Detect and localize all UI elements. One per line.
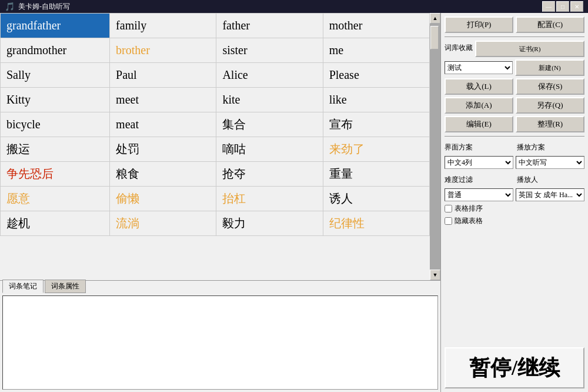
filter-labels-row: 难度过滤 播放人	[445, 172, 584, 186]
hide-checkbox-label: 隐藏表格	[455, 216, 483, 226]
table-cell[interactable]: 处罚	[110, 137, 216, 162]
table-cell[interactable]: 来劲了	[323, 137, 429, 162]
load-save-row: 载入(L) 保存(S)	[445, 78, 584, 95]
tab-properties[interactable]: 词条属性	[45, 280, 86, 293]
table-cell[interactable]: 争先恐后	[1, 162, 110, 187]
table-cell[interactable]: 粮食	[110, 162, 216, 187]
title-controls: — □ ✕	[542, 1, 583, 12]
scheme-labels-row: 界面方案 播放方案	[445, 140, 584, 154]
table-row[interactable]: 搬运处罚嘀咕来劲了	[1, 137, 430, 162]
edit-button[interactable]: 编辑(E)	[445, 116, 513, 132]
table-cell[interactable]: 抢夺	[216, 162, 323, 187]
save-button[interactable]: 保存(S)	[516, 78, 584, 95]
table-cell[interactable]: brother	[110, 38, 216, 63]
top-btn-row: 打印(P) 配置(C)	[445, 16, 584, 33]
table-cell[interactable]: 愿意	[1, 187, 110, 211]
title-bar: 🎵 美卡姆-自助听写 — □ ✕	[0, 0, 588, 13]
filter-selects-row: 普通 英国 女 成年 Ha...	[445, 188, 584, 201]
table-row[interactable]: grandmotherbrothersisterme	[1, 38, 430, 63]
table-row[interactable]: 趁机流淌毅力纪律性	[1, 211, 430, 236]
print-button[interactable]: 打印(P)	[445, 16, 513, 33]
sort-checkbox[interactable]	[445, 205, 452, 212]
table-cell[interactable]: bicycle	[1, 112, 110, 137]
table-cell[interactable]: Alice	[216, 63, 323, 88]
scroll-thumb[interactable]	[430, 26, 439, 49]
maximize-button[interactable]: □	[556, 1, 569, 12]
table-cell[interactable]: me	[323, 38, 429, 63]
vocab-dropdown-row: 测试 新建(N)	[445, 59, 584, 76]
vocab-select[interactable]: 测试	[445, 61, 513, 74]
table-cell[interactable]: meet	[110, 88, 216, 112]
table-cell[interactable]: kite	[216, 88, 323, 112]
hide-checkbox-row: 隐藏表格	[445, 216, 584, 226]
tab-notes[interactable]: 词条笔记	[2, 280, 44, 293]
right-panel: 打印(P) 配置(C) 词库收藏 证书(R) 测试 新建(N) 载入(L) 保存…	[441, 13, 588, 392]
word-table: grandfatherfamilyfathermothergrandmother…	[0, 13, 430, 236]
table-wrapper: grandfatherfamilyfathermothergrandmother…	[0, 13, 430, 280]
minimize-button[interactable]: —	[542, 1, 555, 12]
bottom-tabs: 词条笔记 词条属性	[0, 280, 440, 293]
load-button[interactable]: 载入(L)	[445, 78, 513, 95]
table-row[interactable]: bicyclemeat集合宣布	[1, 112, 430, 137]
table-cell[interactable]: mother	[323, 14, 429, 38]
scroll-down-button[interactable]: ▼	[430, 270, 440, 280]
sort-checkbox-row: 表格排序	[445, 204, 584, 214]
table-cell[interactable]: 偷懒	[110, 187, 216, 211]
table-cell[interactable]: 宣布	[323, 112, 429, 137]
manage-button[interactable]: 整理(R)	[516, 116, 584, 132]
table-cell[interactable]: meat	[110, 112, 216, 137]
table-row[interactable]: Kittymeetkitelike	[1, 88, 430, 112]
cert-button[interactable]: 证书(R)	[475, 41, 584, 57]
window-title: 美卡姆-自助听写	[18, 2, 542, 12]
table-cell[interactable]: 纪律性	[323, 211, 429, 236]
scroll-track[interactable]	[430, 24, 440, 270]
table-cell[interactable]: 毅力	[216, 211, 323, 236]
table-row[interactable]: grandfatherfamilyfathermother	[1, 14, 430, 38]
left-panel: grandfatherfamilyfathermothergrandmother…	[0, 13, 441, 392]
play-scheme-label: 播放方案	[517, 142, 584, 152]
hide-checkbox[interactable]	[445, 217, 452, 225]
table-cell[interactable]: grandfather	[1, 14, 110, 38]
save-as-button[interactable]: 另存(Q)	[516, 97, 584, 114]
table-cell[interactable]: Sally	[1, 63, 110, 88]
config-button[interactable]: 配置(C)	[516, 16, 584, 33]
add-saveas-row: 添加(A) 另存(Q)	[445, 97, 584, 114]
notes-area[interactable]	[2, 295, 438, 390]
table-cell[interactable]: 嘀咕	[216, 137, 323, 162]
table-cell[interactable]: Kitty	[1, 88, 110, 112]
play-select[interactable]: 中文听写	[516, 156, 584, 169]
pause-continue-button[interactable]: 暂停/继续	[445, 347, 584, 388]
divider-1	[445, 36, 584, 37]
table-row[interactable]: 争先恐后粮食抢夺重量	[1, 162, 430, 187]
table-cell[interactable]: like	[323, 88, 429, 112]
table-cell[interactable]: 流淌	[110, 211, 216, 236]
table-cell[interactable]: 搬运	[1, 137, 110, 162]
speaker-select[interactable]: 英国 女 成年 Ha...	[516, 188, 584, 201]
table-row[interactable]: 愿意偷懒抬杠诱人	[1, 187, 430, 211]
content-area: grandfatherfamilyfathermothergrandmother…	[0, 13, 588, 392]
table-cell[interactable]: Paul	[110, 63, 216, 88]
sort-checkbox-label: 表格排序	[455, 204, 483, 214]
table-cell[interactable]: 趁机	[1, 211, 110, 236]
difficulty-select[interactable]: 普通	[445, 188, 513, 201]
scroll-up-button[interactable]: ▲	[430, 13, 440, 24]
interface-select[interactable]: 中文4列	[445, 156, 513, 169]
table-row[interactable]: SallyPaulAlicePlease	[1, 63, 430, 88]
new-button[interactable]: 新建(N)	[515, 59, 584, 76]
table-cell[interactable]: grandmother	[1, 38, 110, 63]
table-cell[interactable]: 重量	[323, 162, 429, 187]
add-button[interactable]: 添加(A)	[445, 97, 513, 114]
table-cell[interactable]: 集合	[216, 112, 323, 137]
table-cell[interactable]: 诱人	[323, 187, 429, 211]
table-container: grandfatherfamilyfathermothergrandmother…	[0, 13, 440, 280]
table-cell[interactable]: 抬杠	[216, 187, 323, 211]
interface-scheme-label: 界面方案	[445, 142, 512, 152]
table-cell[interactable]: family	[110, 14, 216, 38]
close-button[interactable]: ✕	[570, 1, 583, 12]
table-cell[interactable]: father	[216, 14, 323, 38]
table-cell[interactable]: sister	[216, 38, 323, 63]
table-cell[interactable]: Please	[323, 63, 429, 88]
vocab-label-row: 词库收藏 证书(R)	[445, 41, 584, 57]
divider-2	[445, 136, 584, 137]
scrollbar[interactable]: ▲ ▼	[430, 13, 440, 280]
